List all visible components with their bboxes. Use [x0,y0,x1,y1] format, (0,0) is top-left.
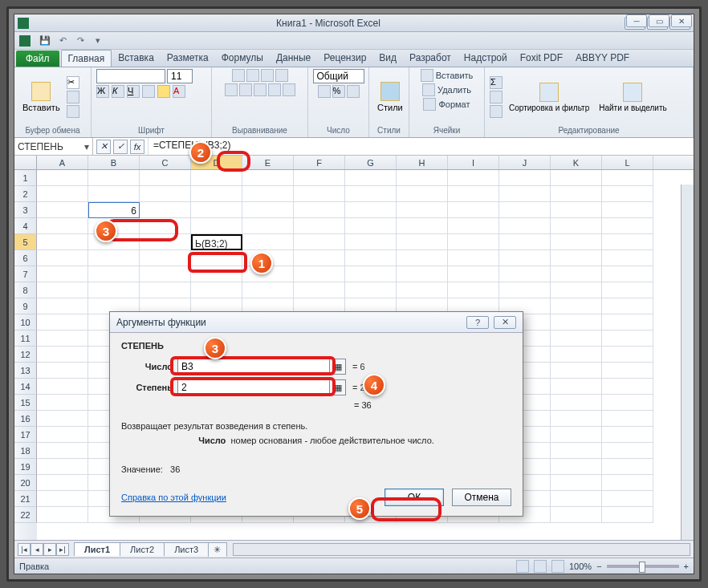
cell[interactable] [37,330,88,347]
cell[interactable] [140,234,191,250]
cell[interactable] [602,363,653,379]
font-name-input[interactable] [96,69,165,83]
cell[interactable] [294,266,345,282]
cell[interactable]: 6 [88,202,140,218]
align-top-icon[interactable] [232,69,245,82]
cell[interactable] [499,234,551,250]
cell[interactable] [345,170,397,186]
tab-home[interactable]: Главная [61,50,112,67]
arg2-range-picker-icon[interactable]: ▦ [330,379,346,395]
cell[interactable] [191,250,242,266]
border-icon[interactable] [142,85,155,98]
cell[interactable] [602,170,653,186]
cell[interactable] [397,234,448,250]
redo-icon[interactable]: ↷ [74,34,87,47]
col-header[interactable]: C [140,156,191,169]
fill-color-icon[interactable] [157,85,170,98]
sheet-tab-2[interactable]: Лист2 [120,542,165,556]
cell[interactable] [140,218,191,234]
sheet-nav-prev[interactable]: ◂ [31,543,43,556]
cancel-formula-icon[interactable]: ✕ [96,140,111,154]
cell[interactable] [602,298,653,314]
cell[interactable] [37,507,88,523]
cell[interactable] [602,395,653,411]
cell[interactable] [551,330,602,347]
row-header[interactable]: 15 [14,395,37,411]
arg2-input[interactable] [177,379,330,395]
cell[interactable] [140,250,191,266]
sheet-tab-3[interactable]: Лист3 [164,542,209,556]
cell[interactable] [448,218,499,234]
cell[interactable] [345,218,397,234]
indent-decrease-icon[interactable] [268,83,281,96]
col-header[interactable]: J [499,156,551,169]
cell[interactable] [191,170,242,186]
col-header[interactable]: E [242,156,294,169]
align-middle-icon[interactable] [246,69,259,82]
bold-icon[interactable]: Ж [96,85,109,98]
cell[interactable] [37,282,88,298]
currency-icon[interactable] [318,85,331,98]
row-header[interactable]: 11 [14,330,37,347]
orientation-icon[interactable] [275,69,288,82]
cell[interactable] [345,250,397,266]
cell[interactable] [37,266,88,282]
tab-insert[interactable]: Вставка [112,50,161,67]
align-right-icon[interactable] [254,83,267,96]
cell[interactable] [602,347,653,363]
cell[interactable] [448,250,499,266]
sheet-nav-next[interactable]: ▸ [43,543,56,556]
cell[interactable] [397,266,448,282]
horizontal-scrollbar[interactable] [233,543,690,556]
cell[interactable] [397,282,448,298]
fill-icon[interactable] [490,91,503,103]
sheet-nav-last[interactable]: ▸| [56,543,69,556]
new-sheet-button[interactable]: ✳ [208,542,227,557]
cell[interactable] [448,170,499,186]
tab-review[interactable]: Рецензир [317,50,372,67]
row-header[interactable]: 16 [14,411,37,427]
cell[interactable] [551,363,602,379]
col-header[interactable]: B [88,156,140,169]
cancel-button[interactable]: Отмена [452,489,511,506]
comma-icon[interactable] [347,85,360,98]
cell[interactable] [88,186,140,202]
cell[interactable] [294,170,345,186]
cell[interactable] [37,427,88,443]
copy-icon[interactable] [67,91,79,103]
row-header[interactable]: 17 [14,427,37,443]
cell[interactable] [551,427,602,443]
cell[interactable] [602,266,653,282]
cell[interactable] [294,282,345,298]
col-header[interactable]: A [37,156,88,169]
cell[interactable] [37,395,88,411]
tab-addins[interactable]: Надстрой [458,50,514,67]
cell[interactable] [37,202,88,218]
find-select-button[interactable]: Найти и выделить [596,81,669,114]
cell[interactable] [551,507,602,523]
number-format-select[interactable] [313,69,364,83]
cell[interactable] [191,186,242,202]
cell[interactable] [602,186,653,202]
doc-restore-button[interactable]: ▭ [649,14,669,27]
row-header[interactable]: 18 [14,443,37,459]
tab-formulas[interactable]: Формулы [215,50,270,67]
cell[interactable] [294,218,345,234]
formula-bar[interactable]: =СТЕПЕНЬ(B3;2) [148,138,694,155]
cell[interactable] [37,250,88,266]
row-header[interactable]: 14 [14,379,37,395]
vertical-scrollbar[interactable] [681,185,694,540]
sheet-nav-first[interactable]: |◂ [18,543,31,556]
cell[interactable] [37,363,88,379]
row-header[interactable]: 7 [14,266,37,282]
arg1-input[interactable] [177,359,330,375]
row-header[interactable]: 10 [14,314,37,330]
dialog-help-button[interactable]: ? [466,316,489,329]
cell[interactable] [140,170,191,186]
cell[interactable] [294,202,345,218]
percent-icon[interactable]: % [332,85,345,98]
cell[interactable] [448,266,499,282]
col-header[interactable]: K [551,156,602,169]
tab-abbyy[interactable]: ABBYY PDF [569,50,636,67]
font-color-icon[interactable]: A [173,85,185,98]
